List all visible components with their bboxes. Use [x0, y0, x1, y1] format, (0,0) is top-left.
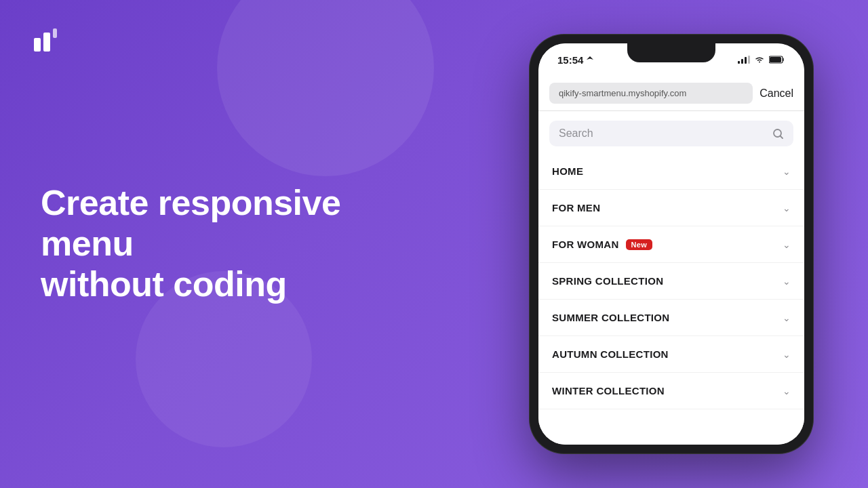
svg-rect-0 [34, 38, 41, 52]
left-content: Create responsive menu without coding [41, 183, 420, 304]
chevron-autumn-icon: ⌄ [783, 349, 791, 360]
menu-list: HOME ⌄ FOR MEN ⌄ FOR WOMAN [538, 153, 804, 445]
bg-blob-1 [217, 0, 434, 176]
menu-item-for-men[interactable]: FOR MEN ⌄ [538, 190, 804, 226]
menu-item-spring[interactable]: SPRING COLLECTION ⌄ [538, 263, 804, 300]
time-display: 15:54 [557, 54, 583, 66]
headline-line1: Create responsive menu [41, 183, 340, 263]
menu-item-for-woman-left: FOR WOMAN New [552, 239, 652, 250]
phone-frame: 15:54 [529, 34, 814, 454]
battery-icon [769, 56, 785, 64]
menu-item-spring-label: SPRING COLLECTION [552, 275, 663, 287]
menu-item-for-men-left: FOR MEN [552, 202, 600, 214]
browser-url-bar[interactable]: qikify-smartmenu.myshopify.com [549, 83, 753, 104]
chevron-for-woman-icon: ⌄ [783, 239, 791, 250]
phone-notch [627, 43, 715, 62]
menu-item-spring-left: SPRING COLLECTION [552, 275, 663, 287]
svg-rect-4 [770, 57, 781, 62]
search-icon [772, 128, 784, 140]
menu-item-autumn-label: AUTUMN COLLECTION [552, 348, 669, 360]
svg-rect-1 [43, 33, 50, 52]
status-icons [738, 56, 785, 64]
signal-icon [738, 56, 750, 64]
chevron-spring-icon: ⌄ [783, 276, 791, 287]
search-bar[interactable]: Search [549, 121, 793, 146]
menu-item-autumn[interactable]: AUTUMN COLLECTION ⌄ [538, 336, 804, 373]
menu-item-home[interactable]: HOME ⌄ [538, 153, 804, 190]
menu-item-winter-left: WINTER COLLECTION [552, 385, 665, 396]
headline: Create responsive menu without coding [41, 183, 420, 304]
menu-item-autumn-left: AUTUMN COLLECTION [552, 348, 669, 360]
menu-item-home-label: HOME [552, 165, 583, 177]
status-time: 15:54 [557, 54, 594, 66]
phone-mockup: 15:54 [529, 34, 814, 454]
menu-item-for-woman[interactable]: FOR WOMAN New ⌄ [538, 226, 804, 263]
menu-item-summer[interactable]: SUMMER COLLECTION ⌄ [538, 300, 804, 336]
location-arrow-icon [586, 56, 594, 64]
menu-item-for-men-label: FOR MEN [552, 202, 600, 214]
browser-bar[interactable]: qikify-smartmenu.myshopify.com Cancel [538, 76, 804, 111]
headline-line2: without coding [41, 264, 287, 304]
browser-cancel-button[interactable]: Cancel [760, 87, 793, 100]
chevron-home-icon: ⌄ [783, 166, 791, 177]
new-badge: New [626, 239, 653, 250]
chevron-for-men-icon: ⌄ [783, 203, 791, 214]
menu-item-summer-label: SUMMER COLLECTION [552, 312, 669, 323]
menu-item-for-woman-label: FOR WOMAN [552, 239, 619, 250]
menu-item-home-left: HOME [552, 165, 583, 177]
app-content: Search HOME ⌄ [538, 111, 804, 445]
logo [30, 24, 61, 58]
chevron-winter-icon: ⌄ [783, 386, 791, 396]
search-placeholder-text: Search [559, 127, 767, 140]
menu-item-summer-left: SUMMER COLLECTION [552, 312, 669, 323]
chevron-summer-icon: ⌄ [783, 312, 791, 323]
phone-screen: 15:54 [538, 43, 804, 445]
svg-rect-2 [53, 28, 57, 38]
menu-item-winter-label: WINTER COLLECTION [552, 385, 665, 396]
menu-item-winter[interactable]: WINTER COLLECTION ⌄ [538, 373, 804, 409]
wifi-icon [754, 56, 765, 64]
